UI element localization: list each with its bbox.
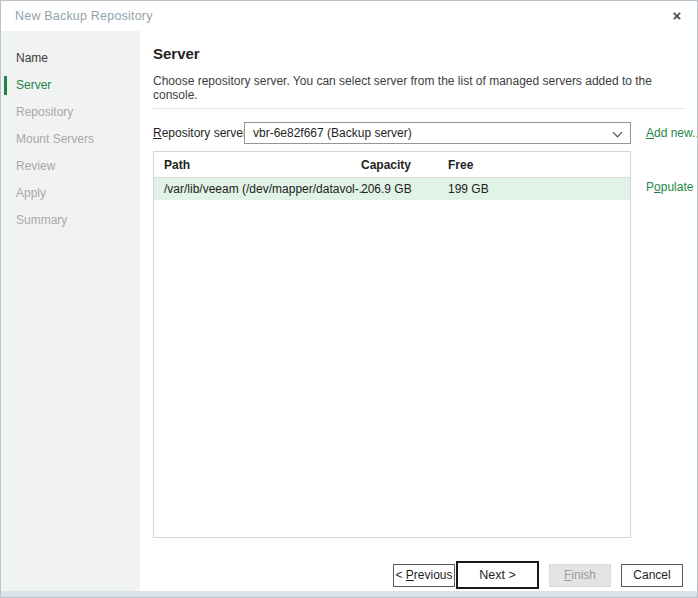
header-divider (153, 108, 685, 109)
table-row[interactable]: /var/lib/veeam (/dev/mapper/datavol-... … (154, 178, 630, 200)
window-title: New Backup Repository (15, 1, 153, 31)
wizard-sidebar: Name Server Repository Mount Servers Rev… (1, 31, 140, 591)
sidebar-item-name[interactable]: Name (1, 45, 140, 72)
bottom-accent-strip (1, 591, 697, 597)
column-header-capacity: Capacity (361, 152, 411, 178)
sidebar-item-label: Server (16, 78, 51, 92)
next-button[interactable]: Next > (456, 561, 539, 589)
repository-server-label: Repository server: (153, 122, 250, 144)
cell-capacity: 206.9 GB (361, 178, 412, 200)
cancel-button[interactable]: Cancel (621, 564, 683, 587)
chevron-down-icon (613, 128, 623, 138)
previous-button[interactable]: < Previous (393, 564, 455, 587)
repository-server-dropdown[interactable]: vbr-6e82f667 (Backup server) (244, 122, 631, 144)
repository-paths-table: Path Capacity Free /var/lib/veeam (/dev/… (153, 151, 631, 538)
sidebar-item-apply[interactable]: Apply (1, 180, 140, 207)
table-header: Path Capacity Free (154, 152, 630, 178)
title-bar: New Backup Repository × (1, 1, 697, 31)
sidebar-item-review[interactable]: Review (1, 153, 140, 180)
cell-free: 199 GB (448, 178, 489, 200)
add-new-link[interactable]: Add new... (646, 122, 698, 144)
finish-button[interactable]: Finish (549, 564, 611, 587)
sidebar-item-repository[interactable]: Repository (1, 99, 140, 126)
new-backup-repository-dialog: New Backup Repository × Name Server Repo… (0, 0, 698, 598)
cell-path: /var/lib/veeam (/dev/mapper/datavol-... (164, 178, 369, 200)
page-description: Choose repository server. You can select… (153, 74, 681, 102)
close-icon[interactable]: × (666, 6, 688, 26)
dropdown-selected-value: vbr-6e82f667 (Backup server) (253, 123, 412, 143)
wizard-content: Server Choose repository server. You can… (140, 31, 697, 591)
wizard-steps: Name Server Repository Mount Servers Rev… (1, 31, 140, 234)
page-title: Server (153, 45, 200, 62)
column-header-path: Path (164, 152, 190, 178)
column-header-free: Free (448, 152, 473, 178)
sidebar-item-server[interactable]: Server (1, 72, 140, 99)
populate-link[interactable]: Populate (646, 176, 693, 198)
active-step-indicator (4, 76, 7, 95)
sidebar-item-summary[interactable]: Summary (1, 207, 140, 234)
sidebar-item-mount-servers[interactable]: Mount Servers (1, 126, 140, 153)
